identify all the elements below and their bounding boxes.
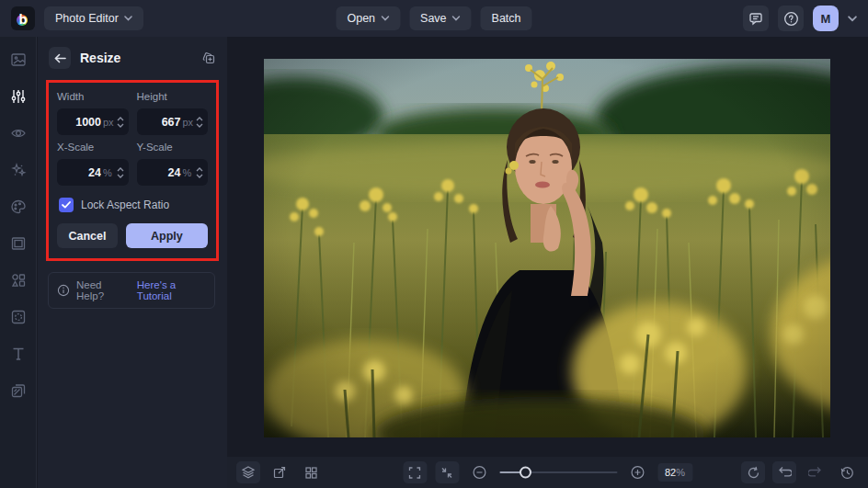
plus-circle-icon [630, 465, 645, 480]
zoom-in-button[interactable] [625, 461, 649, 483]
resize-panel: Resize Width Height px px [38, 37, 227, 488]
question-mark-icon [783, 11, 799, 27]
photo-canvas[interactable] [264, 59, 830, 437]
x-scale-label: X-Scale [57, 142, 129, 153]
speech-bubble-icon [748, 11, 763, 26]
chevron-down-icon [381, 16, 389, 21]
arrow-left-icon [54, 53, 66, 63]
history-button[interactable] [835, 461, 859, 483]
chevron-down-icon [452, 16, 461, 21]
width-field: px [57, 108, 129, 135]
fit-to-screen-button[interactable] [435, 461, 459, 483]
frame-icon [10, 235, 27, 252]
back-button[interactable] [49, 47, 71, 69]
stepper-down-icon[interactable] [117, 123, 124, 128]
layers-button[interactable] [236, 461, 260, 483]
sidebar-item-edit[interactable] [6, 85, 31, 108]
copies-icon [201, 51, 216, 65]
stepper-up-icon[interactable] [117, 117, 124, 121]
height-input[interactable] [144, 116, 181, 129]
batch-label: Batch [492, 12, 521, 25]
overlay-icon [10, 309, 27, 325]
apply-button[interactable]: Apply [126, 223, 208, 248]
open-button[interactable]: Open [336, 6, 400, 30]
stepper-up-icon[interactable] [196, 117, 203, 121]
x-scale-input[interactable] [64, 166, 101, 179]
feedback-button[interactable] [743, 6, 769, 31]
stepper-down-icon[interactable] [196, 174, 203, 178]
width-label: Width [57, 91, 129, 102]
shapes-icon [10, 272, 27, 289]
photo-editor-app: b Photo Editor Open Save Batch [0, 0, 868, 488]
minus-circle-icon [472, 465, 486, 480]
lock-aspect-ratio-row[interactable]: Lock Aspect Ratio [59, 198, 208, 212]
sidebar-item-graphics[interactable] [6, 268, 31, 292]
bottom-toolbar: 82 % [227, 457, 868, 488]
y-scale-unit: % [183, 167, 192, 178]
user-avatar[interactable]: M [813, 6, 839, 31]
zoom-out-button[interactable] [467, 461, 491, 483]
help-box: Need Help? Here's a Tutorial [48, 272, 215, 309]
canvas-arrow-icon [272, 465, 287, 480]
sidebar-item-frames[interactable] [6, 232, 31, 255]
palette-icon [10, 199, 27, 215]
lock-aspect-ratio-checkbox[interactable] [59, 198, 74, 212]
height-label: Height [137, 91, 209, 102]
sidebar-item-text[interactable] [6, 342, 31, 366]
reset-button[interactable] [741, 461, 765, 483]
account-chevron-icon[interactable] [848, 16, 857, 22]
stepper-up-icon[interactable] [117, 167, 124, 172]
sidebar-item-artsy[interactable] [6, 195, 31, 219]
tutorial-link[interactable]: Here's a Tutorial [137, 279, 206, 301]
stepper-down-icon[interactable] [117, 174, 124, 178]
stepper-up-icon[interactable] [196, 167, 203, 172]
batch-button[interactable]: Batch [481, 6, 532, 30]
save-button[interactable]: Save [409, 6, 472, 30]
befunky-logo-icon[interactable]: b [11, 6, 35, 30]
grid-view-button[interactable] [299, 461, 323, 483]
app-menu-label: Photo Editor [55, 12, 119, 25]
lock-aspect-ratio-label: Lock Aspect Ratio [81, 199, 169, 211]
help-button[interactable] [778, 6, 804, 31]
photo-woman-in-flower-field [264, 59, 830, 437]
zoom-controls: 82 % [403, 461, 692, 483]
y-scale-stepper [196, 167, 203, 178]
width-input[interactable] [64, 116, 101, 129]
sidebar-item-touch-up[interactable] [6, 121, 31, 145]
open-label: Open [347, 12, 375, 25]
stepper-down-icon[interactable] [196, 123, 203, 128]
help-text: Need Help? [76, 279, 127, 301]
sidebar-item-image-manager[interactable] [6, 48, 31, 72]
height-unit: px [183, 117, 194, 128]
zoom-slider[interactable] [499, 466, 617, 479]
save-label: Save [420, 12, 447, 25]
layers-icon [241, 465, 256, 480]
undo-button[interactable] [772, 461, 796, 483]
width-unit: px [103, 117, 114, 128]
redo-button[interactable] [804, 461, 828, 483]
fullscreen-icon [407, 466, 421, 480]
width-stepper [117, 117, 124, 128]
fullscreen-button[interactable] [403, 461, 427, 483]
grid-icon [304, 466, 318, 480]
app-menu-dropdown[interactable]: Photo Editor [44, 6, 143, 30]
history-clock-icon [840, 466, 854, 480]
y-scale-input[interactable] [144, 166, 181, 179]
x-scale-unit: % [103, 167, 112, 178]
zoom-slider-handle[interactable] [520, 467, 531, 479]
sidebar-item-effects[interactable] [6, 158, 31, 182]
eye-icon [10, 125, 27, 142]
zoom-level-badge: 82 % [657, 463, 692, 482]
sidebar-item-textures[interactable] [6, 379, 31, 403]
canvas-resize-button[interactable] [268, 461, 291, 483]
fit-screen-icon [440, 466, 453, 480]
height-field: px [137, 108, 209, 135]
sliders-icon [10, 88, 27, 105]
batch-resize-button[interactable] [201, 51, 216, 65]
panel-actions: Cancel Apply [57, 223, 208, 248]
sidebar-item-overlays[interactable] [6, 305, 31, 329]
textures-icon [10, 382, 27, 399]
cancel-button[interactable]: Cancel [57, 223, 118, 248]
image-icon [10, 51, 27, 68]
info-icon [57, 284, 70, 297]
